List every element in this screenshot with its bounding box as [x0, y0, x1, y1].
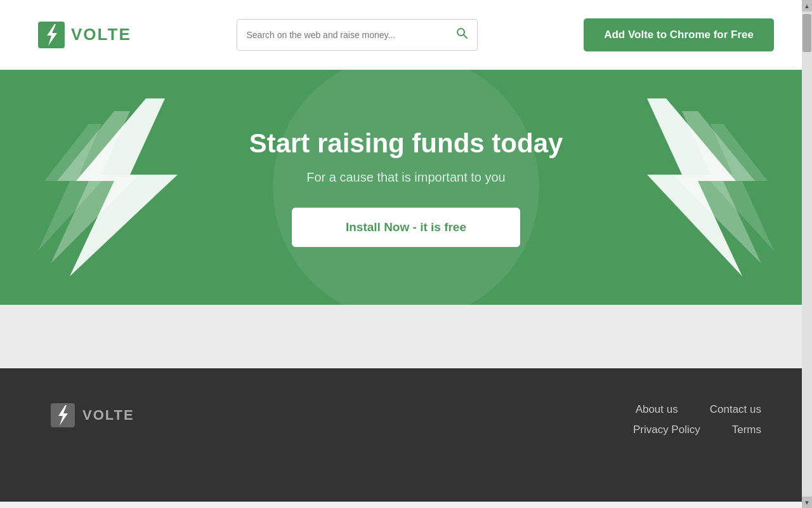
volte-logo-icon: [38, 22, 65, 48]
left-decoration: [38, 98, 197, 276]
footer-about-us-link[interactable]: About us: [636, 403, 678, 416]
scrollbar[interactable]: ▲ ▼: [802, 0, 812, 502]
spacer: [0, 305, 812, 368]
footer-links-row-2: Privacy Policy Terms: [633, 424, 761, 436]
right-decoration: [647, 98, 774, 276]
footer-logo-icon: [51, 403, 75, 427]
header: VOLTE Add Volte to Chrome for Free: [0, 0, 812, 70]
scrollbar-up-arrow[interactable]: ▲: [802, 0, 812, 11]
search-bar[interactable]: [237, 19, 478, 51]
logo[interactable]: VOLTE: [38, 22, 131, 48]
scrollbar-down-arrow[interactable]: ▼: [802, 497, 812, 502]
svg-line-3: [464, 35, 467, 38]
hero-section: Start raising funds today For a cause th…: [0, 70, 812, 305]
scrollbar-track[interactable]: [802, 11, 812, 497]
footer-terms-link[interactable]: Terms: [732, 424, 761, 436]
add-to-chrome-button[interactable]: Add Volte to Chrome for Free: [584, 18, 774, 51]
scrollbar-thumb[interactable]: [802, 14, 811, 52]
logo-text: VOLTE: [71, 25, 131, 44]
footer-logo-text: VOLTE: [82, 407, 134, 424]
hero-content: Start raising funds today For a cause th…: [249, 128, 563, 247]
search-icon[interactable]: [455, 27, 468, 43]
footer-links-row-1: About us Contact us: [636, 403, 761, 416]
hero-title: Start raising funds today: [249, 128, 563, 159]
footer-privacy-policy-link[interactable]: Privacy Policy: [633, 424, 700, 436]
footer-logo[interactable]: VOLTE: [51, 403, 134, 427]
footer-contact-us-link[interactable]: Contact us: [710, 403, 761, 416]
search-input[interactable]: [246, 30, 455, 40]
hero-subtitle: For a cause that is important to you: [249, 170, 563, 185]
footer: VOLTE About us Contact us Privacy Policy…: [0, 368, 812, 502]
footer-links: About us Contact us Privacy Policy Terms: [633, 403, 761, 436]
install-now-button[interactable]: Install Now - it is free: [292, 208, 520, 247]
